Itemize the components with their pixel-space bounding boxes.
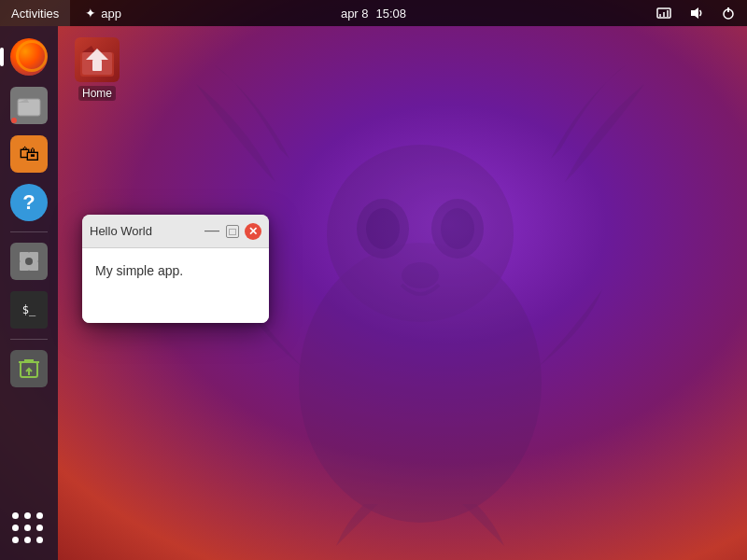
window-body-text: My simple app. [95, 263, 256, 278]
sidebar-item-show-apps[interactable] [7, 508, 50, 551]
topbar-date: apr 8 [341, 7, 369, 21]
appstore-icon: 🛍 [10, 135, 48, 173]
topbar: Activities ✦ app apr 8 15:08 [0, 0, 747, 26]
window-close-button[interactable]: ✕ [245, 223, 261, 240]
sidebar-item-trash[interactable] [7, 347, 50, 390]
svg-point-6 [402, 262, 439, 288]
window-content: My simple app. [82, 248, 269, 323]
sidebar-item-appstore[interactable]: 🛍 [7, 133, 50, 175]
window-maximize-button[interactable]: □ [226, 225, 239, 238]
extensions-icon [10, 243, 48, 280]
topbar-clock: apr 8 15:08 [341, 7, 406, 21]
home-folder-icon [75, 37, 120, 82]
window-title: Hello World [90, 224, 198, 238]
app-menu-button[interactable]: ✦ app [78, 0, 129, 26]
trash-icon [10, 350, 48, 387]
desktop: Activities ✦ app apr 8 15:08 [0, 0, 747, 560]
activities-button[interactable]: Activities [0, 0, 70, 26]
app-menu-label: app [101, 7, 121, 21]
sidebar-item-files[interactable] [7, 84, 50, 127]
files-notification-dot [11, 118, 17, 123]
power-icon[interactable] [717, 4, 740, 22]
sidebar: 🛍 ? $_ [0, 26, 58, 560]
svg-rect-26 [92, 60, 102, 71]
svg-point-4 [366, 208, 400, 249]
topbar-right [652, 0, 747, 26]
window-titlebar[interactable]: Hello World — □ ✕ [82, 215, 269, 248]
firefox-icon [10, 38, 48, 76]
topbar-time: 15:08 [376, 7, 407, 21]
home-icon-label: Home [78, 86, 116, 101]
svg-point-20 [25, 258, 33, 265]
dock-separator-1 [10, 231, 48, 232]
network-icon[interactable] [652, 5, 676, 21]
sound-icon[interactable] [685, 4, 708, 22]
window-minimize-button[interactable]: — [204, 223, 220, 240]
sidebar-item-help[interactable]: ? [7, 181, 50, 224]
hello-world-window: Hello World — □ ✕ My simple app. [82, 215, 269, 323]
sidebar-item-firefox[interactable] [7, 35, 50, 78]
help-icon: ? [10, 184, 48, 221]
svg-point-5 [441, 208, 474, 249]
app-menu-icon: ✦ [85, 6, 96, 21]
sidebar-item-terminal[interactable]: $_ [7, 288, 50, 331]
dock-separator-2 [10, 339, 48, 340]
show-apps-icon [10, 511, 48, 548]
desktop-home-icon[interactable]: Home [75, 37, 120, 101]
sidebar-item-extensions[interactable] [7, 240, 50, 283]
svg-marker-11 [691, 7, 698, 19]
topbar-left: Activities ✦ app [0, 0, 129, 26]
terminal-icon: $_ [10, 291, 48, 329]
